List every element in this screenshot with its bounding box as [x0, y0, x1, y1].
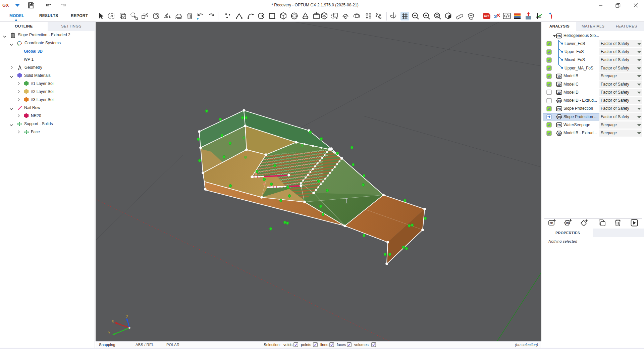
svg-text:2D: 2D — [557, 107, 561, 110]
svg-text:Y: Y — [108, 331, 110, 335]
svg-text:3D: 3D — [557, 132, 561, 135]
svg-text:3D: 3D — [557, 99, 561, 102]
svg-text:X: X — [112, 319, 114, 323]
svg-text:2: 2 — [494, 13, 497, 19]
svg-text:2D: 2D — [557, 91, 561, 94]
svg-text:2D: 2D — [557, 34, 561, 38]
svg-text:2D: 2D — [557, 123, 561, 127]
svg-text:Z: Z — [126, 315, 128, 319]
svg-text:2D: 2D — [557, 83, 561, 86]
svg-text:DXF: DXF — [484, 15, 489, 18]
svg-text:3D: 3D — [566, 221, 569, 225]
svg-text:3D: 3D — [557, 115, 561, 119]
svg-text:2D: 2D — [549, 221, 553, 225]
svg-text:2D: 2D — [557, 74, 561, 78]
